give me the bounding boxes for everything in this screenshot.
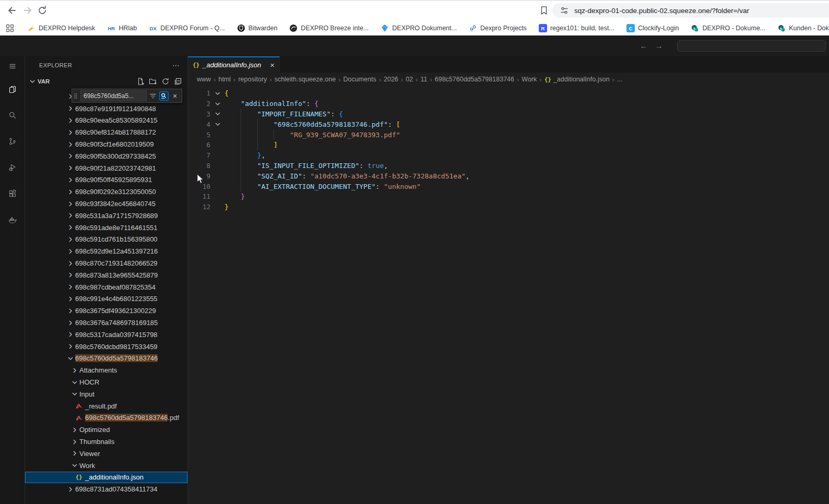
command-center-search[interactable] — [677, 40, 826, 52]
activity-search-icon[interactable] — [0, 102, 25, 128]
bookmark-item[interactable]: DXDEXPRO Forum - Q... — [149, 24, 225, 32]
bookmark-item[interactable]: CClockify-Login — [626, 24, 679, 32]
breadcrumb-item[interactable]: repository — [238, 76, 267, 83]
browser-back-icon[interactable] — [6, 5, 18, 16]
breadcrumb-item[interactable]: www — [197, 76, 211, 83]
activity-source-control-icon[interactable] — [0, 128, 25, 154]
tree-item[interactable]: 698c870c71931482066529 — [25, 257, 187, 269]
tree-item[interactable]: Work — [25, 460, 187, 472]
new-folder-icon[interactable] — [149, 77, 157, 86]
breadcrumb-item[interactable]: html — [218, 76, 231, 83]
code-line[interactable]: 11 } — [188, 191, 829, 202]
collapse-all-icon[interactable] — [174, 77, 182, 86]
tree-item[interactable]: 698c5760dcbd9817533459 — [25, 341, 187, 353]
editor-forward-icon[interactable]: → — [654, 41, 664, 50]
tree-item[interactable]: 698c90ef8124b817888172 — [25, 126, 187, 138]
breadcrumb-item[interactable]: Work — [522, 76, 537, 83]
code-line[interactable]: 9 "SQZ_AI_ID": "a10dc570-a3e3-4c1f-b32b-… — [188, 171, 829, 181]
bookmark-item[interactable]: Bitwarden — [237, 24, 278, 32]
chevron-down-icon[interactable] — [28, 77, 37, 86]
new-file-icon[interactable] — [136, 77, 145, 86]
address-bar[interactable]: sqz-dexpro-01-code.public-02.squeeze.one… — [552, 3, 829, 18]
bookmark-item[interactable]: DEXPRO Helpdesk — [27, 24, 95, 32]
explorer-more-actions-icon[interactable]: ⋯ — [172, 61, 180, 69]
tree-item[interactable]: 698c8731ad074358411734 — [25, 483, 187, 495]
tree-item[interactable]: 698c5760dd5a5798183746 — [25, 353, 187, 365]
tree-item[interactable]: 698c873a813e9655425879 — [25, 269, 187, 281]
code-line[interactable]: 7 }, — [188, 150, 829, 161]
fuzzy-match-icon[interactable] — [159, 91, 169, 101]
bookmark-item[interactable]: HRHRlab — [107, 24, 137, 32]
apps-grid-icon[interactable] — [5, 23, 15, 33]
tree-item[interactable]: 698c90eea5c85305892415 — [25, 115, 187, 127]
bookmark-item[interactable]: Rregex101: build, test... — [539, 24, 614, 32]
code-line[interactable]: 6 ] — [188, 140, 829, 150]
refresh-icon[interactable] — [161, 77, 170, 86]
breadcrumb-item[interactable]: 2026 — [384, 76, 398, 83]
tree-item[interactable]: Viewer — [25, 448, 187, 460]
activity-menu-icon[interactable] — [0, 56, 25, 76]
fold-chevron-icon[interactable] — [210, 89, 224, 98]
bookmark-item[interactable]: DEXPRO Dokument... — [381, 24, 457, 32]
tab-additionalinfo-json[interactable]: {} _additionalInfo.json × — [188, 56, 280, 73]
fold-chevron-icon[interactable] — [210, 120, 224, 128]
tree-item[interactable]: {}_additionalInfo.json — [25, 472, 187, 484]
breadcrumb-item[interactable]: 02 — [406, 76, 413, 83]
tree-item[interactable]: 698c991e4c4b6801223555 — [25, 293, 187, 305]
bookmark-icon[interactable] — [539, 5, 549, 16]
code-line[interactable]: 10 "AI_EXTRACTION_DOCUMENT_TYPE": "unkno… — [188, 181, 829, 191]
code-line[interactable]: 2 "additionalInfo": { — [188, 99, 829, 109]
activity-run-debug-icon[interactable] — [0, 154, 25, 181]
browser-reload-icon[interactable] — [37, 5, 48, 16]
browser-forward-icon[interactable] — [22, 5, 33, 16]
bookmark-item[interactable]: DEXPRO Breeze inte... — [289, 24, 369, 32]
section-header-var[interactable]: VAR — [25, 74, 187, 89]
code-line[interactable]: 3 "IMPORT_FILENAMES": { — [188, 109, 829, 119]
bookmark-item[interactable]: sKunden - Dokumente — [777, 24, 829, 32]
tree-item[interactable]: 698c90f21a822023742981 — [25, 162, 187, 174]
tree-item[interactable]: Input — [25, 388, 187, 400]
tree-item[interactable]: 698c592d9e12a451397216 — [25, 245, 187, 257]
tree-item[interactable]: _result.pdf — [25, 400, 187, 412]
tree-item[interactable]: 698c591cd761b156395800 — [25, 234, 187, 246]
tree-item[interactable]: 698c5760dd5a5798183746.pdf — [25, 412, 187, 424]
tree-item[interactable]: 698c93f3842ec456840745 — [25, 198, 187, 210]
tree-item[interactable]: HOCR — [25, 376, 187, 388]
filter-icon[interactable] — [148, 91, 158, 101]
breadcrumb-item[interactable]: Documents — [343, 76, 376, 83]
activity-docker-icon[interactable] — [0, 207, 25, 233]
bookmark-item[interactable]: sDEXPRO - Dokume... — [691, 24, 765, 32]
tree-item[interactable]: 698c90f0292e3123050050 — [25, 186, 187, 198]
tree-item[interactable]: 698c90f5b300d297338425 — [25, 150, 187, 162]
tree-item[interactable]: Thumbnails — [25, 436, 187, 448]
breadcrumb-item[interactable]: 11 — [420, 76, 427, 83]
breadcrumb-item[interactable]: ... — [617, 76, 622, 83]
code-line[interactable]: 8 "IS_INPUT_FILE_OPTIMIZED": true, — [188, 161, 829, 171]
tree-item[interactable]: Attachments — [25, 364, 187, 376]
breadcrumb-item[interactable]: 698c5760dd5a5798183746 — [435, 76, 514, 83]
code-editor[interactable]: 1{2 "additionalInfo": {3 "IMPORT_FILENAM… — [188, 86, 829, 504]
tree-item[interactable]: 698c531a3a717157928689 — [25, 210, 187, 222]
drag-grip-icon[interactable]: ⣿ — [74, 93, 80, 98]
tree-item[interactable]: 698c87e9191f9121490848 — [25, 103, 187, 115]
site-permissions-icon[interactable] — [560, 6, 569, 15]
tree-filter-input[interactable]: 698c5760dd5a5... — [80, 90, 147, 101]
tree-item[interactable]: 698c3675df493621300229 — [25, 305, 187, 317]
tree-item[interactable]: 698c3676a7486978169185 — [25, 317, 187, 329]
fold-chevron-icon[interactable] — [210, 110, 224, 118]
tree-item[interactable]: 698c90f50ff45925895931 — [25, 174, 187, 186]
tree-item[interactable]: Optimized — [25, 424, 187, 436]
activity-explorer-icon[interactable] — [0, 76, 25, 102]
editor-back-icon[interactable]: ← — [638, 41, 649, 50]
tree-item[interactable]: 698c591ade8e7116461551 — [25, 222, 187, 234]
activity-extensions-icon[interactable] — [0, 181, 25, 207]
tab-close-icon[interactable]: × — [270, 61, 275, 69]
code-line[interactable]: 4 "698c5760dd5a5798183746.pdf": [ — [188, 119, 829, 129]
bookmark-item[interactable]: Dexpro Projects — [469, 24, 527, 32]
close-icon[interactable]: × — [170, 91, 180, 101]
breadcrumb-item[interactable]: {}_additionalInfo.json — [544, 76, 610, 83]
fold-chevron-icon[interactable] — [210, 100, 224, 108]
tree-item[interactable]: 698c987cdbeaf087825354 — [25, 281, 187, 293]
code-line[interactable]: 12} — [188, 202, 829, 212]
code-line[interactable]: 1{ — [188, 88, 829, 99]
